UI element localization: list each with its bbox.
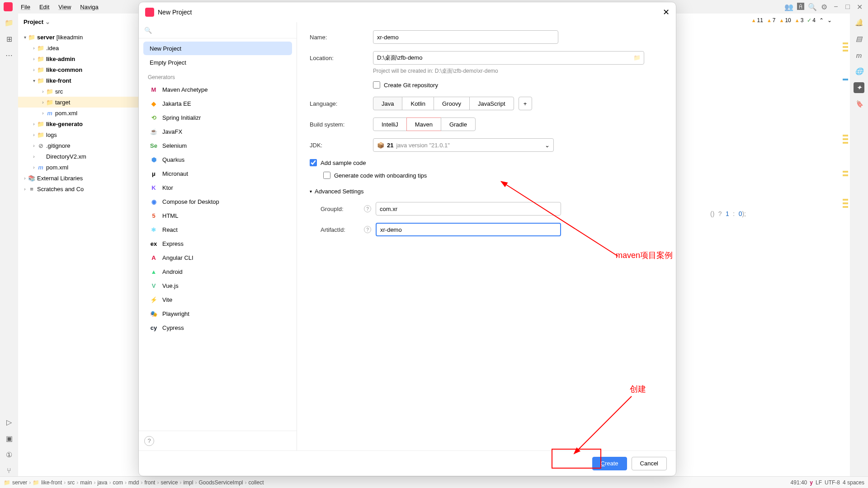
sample-code-checkbox[interactable] <box>310 159 317 166</box>
tree-node[interactable]: ›⊘.gitignore <box>18 140 149 151</box>
tree-node[interactable]: ›mpom.xml <box>18 108 149 118</box>
language-option[interactable]: Kotlin <box>402 97 434 110</box>
tree-scratches[interactable]: ›≡Scratches and Co <box>18 183 149 194</box>
generator-item[interactable]: μMicronaut <box>143 167 292 180</box>
tree-node[interactable]: ›📁.idea <box>18 42 149 53</box>
dialog-close-icon[interactable]: ✕ <box>663 7 670 17</box>
jdk-dropdown[interactable]: 📦 21 java version "21.0.1" ⌄ <box>373 138 554 152</box>
generator-item[interactable]: cyCypress <box>143 321 292 334</box>
help-icon[interactable]: ? <box>144 436 154 446</box>
language-option[interactable]: Groovy <box>434 97 470 110</box>
menu-navigate[interactable]: Naviga <box>76 2 102 12</box>
generator-item[interactable]: 🎭Playwright <box>143 307 292 320</box>
close-icon[interactable]: ✕ <box>854 2 864 12</box>
tree-node[interactable]: ›📁like-admin <box>18 53 149 64</box>
generator-item[interactable]: exExpress <box>143 237 292 250</box>
encoding[interactable]: UTF-8 <box>825 479 840 486</box>
chevron-down-icon[interactable]: ⌄ <box>827 17 832 23</box>
crumb[interactable]: collect <box>249 479 264 486</box>
structure-icon[interactable]: ⊞ <box>4 33 14 44</box>
crumb[interactable]: impl <box>183 479 193 486</box>
generator-item[interactable]: ⬢Quarkus <box>143 153 292 166</box>
caret-position[interactable]: 491:40 <box>791 479 807 486</box>
tree-node[interactable]: ›DirectoryV2.xm <box>18 151 149 162</box>
crumb[interactable]: GoodsServiceImpl <box>198 479 243 486</box>
generator-item[interactable]: ▲Android <box>143 265 292 278</box>
language-option[interactable]: JavaScript <box>469 97 514 110</box>
project-tree[interactable]: ▾📁 server [likeadmin ›📁.idea›📁like-admin… <box>18 30 149 476</box>
generator-item[interactable]: ☕JavaFX <box>143 125 292 138</box>
language-option[interactable]: Java <box>373 97 402 110</box>
database-icon[interactable]: ▤ <box>854 33 864 44</box>
inspection-widget[interactable]: 11 7 10 3 4 ⌃ ⌄ <box>751 17 832 23</box>
location-input[interactable] <box>373 51 644 65</box>
ai-icon[interactable]: ✦ <box>854 82 864 93</box>
crumb[interactable]: like-front <box>41 479 62 486</box>
menu-edit[interactable]: Edit <box>36 2 53 12</box>
line-sep[interactable]: LF <box>816 479 822 486</box>
generator-item[interactable]: ⟲Spring Initializr <box>143 111 292 124</box>
tree-node[interactable]: ›📁like-generato <box>18 118 149 129</box>
project-panel-header[interactable]: Project ⌄ <box>18 14 149 30</box>
tree-external-libs[interactable]: ›📚External Libraries <box>18 173 149 183</box>
tree-node[interactable]: ›📁src <box>18 86 149 97</box>
notifications-icon[interactable]: 🔔 <box>854 17 864 28</box>
terminal-icon[interactable]: ▣ <box>4 433 14 444</box>
add-language-button[interactable]: + <box>519 97 532 110</box>
language-icon[interactable]: 🅰 <box>796 2 806 12</box>
problems-icon[interactable]: ① <box>4 449 14 460</box>
breadcrumb[interactable]: 📁 server›📁 like-front›src›main›java›com›… <box>4 479 264 486</box>
menu-file[interactable]: File <box>17 2 34 12</box>
groupid-input[interactable] <box>376 202 561 216</box>
run-icon[interactable]: ▷ <box>4 417 14 427</box>
artifactid-input[interactable] <box>376 223 561 236</box>
sidebar-empty-project[interactable]: Empty Project <box>143 56 292 69</box>
sidebar-new-project[interactable]: New Project <box>143 42 292 55</box>
generator-item[interactable]: ◉Compose for Desktop <box>143 195 292 208</box>
indent[interactable]: 4 spaces <box>843 479 864 486</box>
build-option[interactable]: Gradle <box>441 117 476 131</box>
generator-item[interactable]: SeSelenium <box>143 139 292 152</box>
search-icon[interactable]: 🔍 <box>807 2 817 12</box>
generator-item[interactable]: AAngular CLI <box>143 251 292 264</box>
advanced-settings-toggle[interactable]: ▾ Advanced Settings <box>310 188 663 195</box>
minimize-icon[interactable]: − <box>831 2 841 12</box>
crumb[interactable]: front <box>144 479 155 486</box>
tree-node[interactable]: ›📁logs <box>18 129 149 140</box>
name-input[interactable] <box>373 30 558 44</box>
crumb[interactable]: com <box>113 479 123 486</box>
web-icon[interactable]: 🌐 <box>854 66 864 77</box>
crumb[interactable]: main <box>80 479 92 486</box>
generator-item[interactable]: KKtor <box>143 181 292 194</box>
generator-item[interactable]: VVue.js <box>143 279 292 292</box>
crumb[interactable]: service <box>160 479 178 486</box>
help-icon[interactable]: ? <box>364 226 371 233</box>
collab-icon[interactable]: 👥 <box>784 2 794 12</box>
settings-icon[interactable]: ⚙ <box>819 2 829 12</box>
crumb[interactable]: mdd <box>128 479 139 486</box>
crumb[interactable]: java <box>97 479 107 486</box>
generator-item[interactable]: ⚡Vite <box>143 293 292 306</box>
maven-icon[interactable]: m <box>854 50 864 61</box>
generator-item[interactable]: 5HTML <box>143 209 292 222</box>
tree-node[interactable]: ▾📁like-front <box>18 75 149 86</box>
generator-item[interactable]: ⚛React <box>143 223 292 236</box>
menu-view[interactable]: View <box>55 2 75 12</box>
create-button[interactable]: Create <box>592 457 627 470</box>
onboarding-checkbox[interactable] <box>323 172 330 179</box>
build-option[interactable]: IntelliJ <box>373 117 407 131</box>
chevron-up-icon[interactable]: ⌃ <box>819 17 824 23</box>
build-option[interactable]: Maven <box>406 117 441 131</box>
tree-node[interactable]: ›mpom.xml <box>18 162 149 173</box>
generator-item[interactable]: MMaven Archetype <box>143 83 292 96</box>
minimap[interactable] <box>842 41 849 467</box>
generator-item[interactable]: ◆Jakarta EE <box>143 97 292 110</box>
tree-node[interactable]: ›📁target <box>18 97 149 108</box>
maximize-icon[interactable]: □ <box>843 2 853 12</box>
bookmark-icon[interactable]: 🔖 <box>854 99 864 109</box>
git-checkbox[interactable] <box>373 81 380 89</box>
cancel-button[interactable]: Cancel <box>632 457 667 470</box>
more-icon[interactable]: ⋯ <box>4 50 14 61</box>
tree-root[interactable]: ▾📁 server [likeadmin <box>18 32 149 42</box>
folder-icon[interactable]: 📁 <box>4 17 14 28</box>
